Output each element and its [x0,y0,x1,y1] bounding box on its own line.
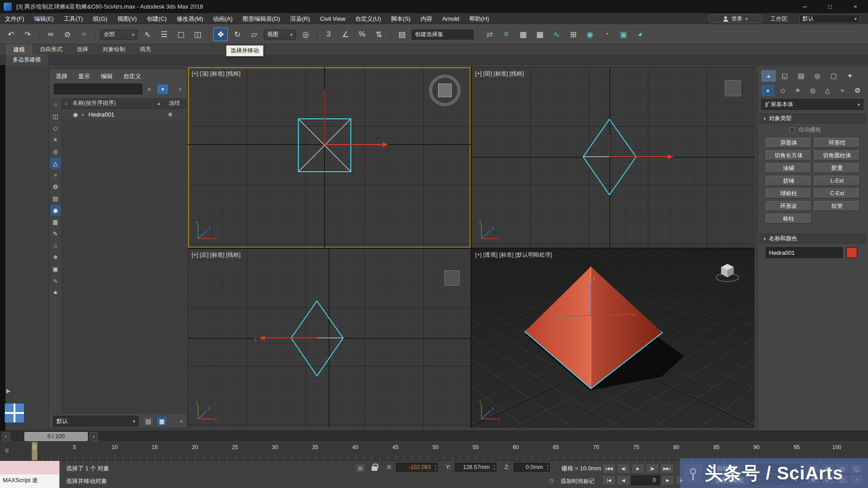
object-type-button[interactable]: 棱柱 [766,214,811,224]
select-by-name-icon[interactable]: ☰ [157,28,171,41]
hedra-shaded[interactable]: x y z [472,249,755,428]
viewcube[interactable] [716,260,745,286]
redo-icon[interactable]: ↷ [20,28,35,41]
menu-item[interactable]: Civil View [315,13,350,24]
display-filter-icon[interactable]: ❂ [50,181,61,192]
panel-tab-icon[interactable]: ◱ [778,70,792,82]
panel-tab-icon[interactable]: ▤ [794,70,808,82]
close-button[interactable]: × [843,0,868,13]
object-list[interactable] [62,109,186,413]
selection-filter-dropdown[interactable]: 全部 ▾ [100,29,138,40]
display-filter-icon[interactable]: ⌂ [50,240,61,251]
login-button[interactable]: 登录 ▾ [708,14,763,23]
object-color-swatch[interactable] [846,247,857,258]
bind-spacewarp-icon[interactable]: ≈ [77,28,91,41]
track-bar-options-icon[interactable]: ≣ [5,447,9,454]
menu-item[interactable]: 编辑(E) [29,13,59,24]
overflow-chevron-icon[interactable]: » [179,85,182,92]
panel-tab-icon[interactable]: ✦ [843,70,857,82]
overflow-chevron-icon[interactable]: » [180,418,183,424]
display-filter-icon[interactable]: ≈ [50,169,61,181]
reference-coordinate-dropdown[interactable]: 视图 ▾ [264,29,296,40]
track-bar[interactable]: ≣ 05101520253035404550556065707580859095… [0,441,868,460]
menu-item[interactable]: 动画(A) [208,13,237,24]
autogrid-checkbox[interactable] [789,127,795,133]
viewport-label[interactable]: [+] [顶] [标准] [线框] [192,70,241,78]
undo-icon[interactable]: ↶ [4,28,18,41]
previous-frame-button[interactable]: ◀ [617,475,630,485]
maximize-button[interactable]: □ [817,0,843,13]
layer-manager-icon[interactable]: ▦ [516,28,530,41]
ribbon-tab[interactable]: 选择 [70,44,95,55]
playback-button[interactable]: |▶ [646,464,659,474]
category-icon[interactable]: △ [821,84,834,96]
viewport-label[interactable]: [+] [左] [标准] [线框] [192,251,241,259]
object-type-button[interactable]: 切角圆柱体 [814,150,860,160]
prev-frame-icon[interactable]: ‹ [2,432,10,441]
panel-tab-icon[interactable]: + [761,70,776,82]
render-setup-icon[interactable]: ◔ [599,28,614,41]
menu-item[interactable]: 渲染(R) [285,13,315,24]
eye-icon[interactable]: ◉ [73,111,78,118]
name-column-header[interactable]: 名称(按升序排序) [73,99,116,107]
object-type-rollout[interactable]: ▾ 对象类型 [760,113,866,123]
ribbon-toggle-icon[interactable]: ▩ [533,28,547,41]
workspace-dropdown[interactable]: 默认 ▾ [799,14,860,23]
viewport-top[interactable]: [+] [顶] [标准] [线框] x y z [188,67,471,248]
viewport-label[interactable]: [+] [透视] [标准] [默认明暗处理] [475,251,552,259]
viewcube[interactable] [429,75,461,106]
select-object-icon[interactable]: ⇖ [140,28,155,41]
category-icon[interactable]: ● [761,84,774,96]
spinner-snap-icon[interactable]: ⇅ [372,28,386,41]
primitive-category-dropdown[interactable]: 扩展基本体 ▾ [761,99,863,110]
object-type-button[interactable]: 油罐 [766,163,811,173]
object-name-field[interactable]: Hedra001 [766,247,843,258]
menu-item[interactable]: 创建(C) [142,13,172,24]
polygon-modeling-tab[interactable]: 多边形建模 [6,55,47,65]
transform-typein-icon[interactable]: ⊞ [354,463,366,473]
material-editor-icon[interactable]: ◉ [583,28,597,41]
category-icon[interactable]: ❂ [851,84,864,96]
object-type-button[interactable]: 球棱柱 [766,188,811,198]
render-icon[interactable]: ◕ [633,28,647,41]
freeze-icon[interactable]: ❉ [168,111,173,118]
menu-item[interactable]: 视图(V) [112,13,142,24]
viewcube[interactable] [725,80,741,96]
object-type-button[interactable]: 纺锤 [766,176,811,186]
menu-item[interactable]: 自定义(U) [350,13,386,24]
list-item[interactable]: ◉ ● Hedra001 ❉ [62,109,186,121]
rendered-frame-icon[interactable]: ▣ [616,28,631,41]
display-filter-icon[interactable]: ✎ [50,228,61,239]
category-icon[interactable]: ☀ [791,84,804,96]
clear-search-icon[interactable]: ✕ [145,85,153,94]
playback-button[interactable]: ▶ [631,464,645,474]
spinner-icon[interactable]: ▴▾ [435,464,436,471]
time-slider-handle[interactable]: 0 / 100 [24,432,88,441]
select-move-icon[interactable]: ✥ [213,28,228,41]
playback-button[interactable]: |◀◀ [602,464,616,474]
maxscript-mini-listener[interactable]: MAXScript 迷 [0,461,60,488]
display-filter-icon[interactable]: ○ [50,99,61,110]
next-frame-icon[interactable]: › [90,432,98,441]
playback-button[interactable]: ▶▶| [660,464,674,474]
angle-snap-icon[interactable]: ∠ [338,28,353,41]
explorer-menu-item[interactable]: 编辑 [101,71,113,82]
display-filter-icon[interactable]: ▦ [50,216,61,228]
window-crossing-icon[interactable]: ◫ [190,28,205,41]
explorer-menu-item[interactable]: 选择 [56,71,67,82]
list-header[interactable]: ○ 名称(按升序排序) ▲ 冻结 [62,98,186,109]
ribbon-tab[interactable]: 建模 [6,44,32,55]
expand-arrow-icon[interactable]: ▶ [6,388,10,394]
display-filter-icon[interactable]: ◫ [50,111,61,122]
object-type-button[interactable]: 胶囊 [814,163,860,173]
display-filter-icon[interactable]: ❄ [50,252,61,263]
scale-icon[interactable]: ▱ [247,28,261,41]
hedra-left-wireframe[interactable]: y [188,249,471,428]
viewport-front[interactable]: [+] [前] [标准] [线框] x z y [472,67,755,248]
panel-tab-icon[interactable]: ◎ [810,70,825,82]
object-type-button[interactable]: 环形波 [766,201,811,211]
select-link-icon[interactable]: ∞ [43,28,58,41]
display-filter-icon[interactable]: ◎ [50,146,61,157]
playback-button[interactable]: ◀| [617,464,630,474]
panel-tab-icon[interactable]: ▢ [826,70,841,82]
